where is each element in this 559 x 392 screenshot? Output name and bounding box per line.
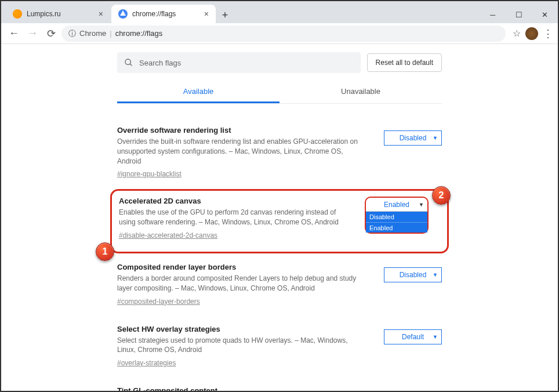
- flag-title: Override software rendering list: [117, 126, 364, 135]
- flag-select[interactable]: Disabled: [384, 267, 442, 282]
- tab-title: Lumpics.ru: [27, 10, 61, 18]
- svg-point-0: [125, 59, 130, 64]
- flag-anchor-link[interactable]: #ignore-gpu-blacklist: [117, 170, 182, 178]
- flag-item: Tint GL-composited content Tint contents…: [117, 376, 442, 391]
- search-icon: [124, 58, 133, 67]
- flags-list: Override software rendering list Overrid…: [1, 104, 558, 391]
- select-current-value[interactable]: Enabled: [366, 198, 427, 212]
- address-bar: ← → ⟳ ⓘ Chrome | chrome://flags ☆ ⋮: [1, 23, 558, 44]
- minimize-button[interactable]: ─: [480, 6, 506, 23]
- new-tab-button[interactable]: +: [217, 7, 233, 23]
- highlighted-flag: Accelerated 2D canvas Enables the use of…: [110, 189, 449, 253]
- annotation-badge-2: 2: [432, 186, 451, 205]
- close-icon[interactable]: ×: [99, 9, 103, 19]
- search-placeholder: Search flags: [139, 59, 181, 67]
- close-icon[interactable]: ×: [204, 9, 209, 19]
- flag-description: Select strategies used to promote quads …: [117, 336, 364, 355]
- flag-anchor-link[interactable]: #disable-accelerated-2d-canvas: [119, 231, 217, 239]
- select-option[interactable]: Enabled: [366, 222, 427, 233]
- flag-title: Composited render layer borders: [117, 263, 364, 271]
- flags-header: Search flags Reset all to default: [1, 44, 558, 81]
- search-input[interactable]: Search flags: [117, 52, 361, 73]
- browser-tab[interactable]: Lumpics.ru ×: [6, 5, 110, 23]
- back-button[interactable]: ←: [6, 26, 22, 42]
- origin-label: Chrome: [79, 29, 106, 38]
- annotation-badge-1: 1: [96, 242, 114, 261]
- flag-title: Tint GL-composited content: [117, 386, 364, 391]
- flag-anchor-link[interactable]: #overlay-strategies: [117, 359, 176, 367]
- globe-icon: ⓘ: [68, 28, 76, 39]
- flags-tabs: Available Unavailable: [117, 81, 442, 104]
- menu-icon[interactable]: ⋮: [543, 27, 553, 40]
- select-option[interactable]: Disabled: [366, 212, 427, 222]
- flag-item: Select HW overlay strategies Select stra…: [117, 314, 442, 376]
- bookmark-icon[interactable]: ☆: [513, 28, 521, 39]
- favicon-icon: [118, 9, 128, 19]
- flag-item: Override software rendering list Overrid…: [117, 115, 442, 187]
- flag-title: Accelerated 2D canvas: [119, 197, 353, 205]
- avatar[interactable]: [525, 27, 538, 40]
- flag-description: Enables the use of the GPU to perform 2d…: [119, 208, 353, 227]
- omnibox[interactable]: ⓘ Chrome | chrome://flags: [61, 26, 506, 42]
- maximize-button[interactable]: ☐: [506, 6, 532, 23]
- close-button[interactable]: ✕: [532, 6, 558, 23]
- flag-title: Select HW overlay strategies: [117, 325, 364, 333]
- browser-titlebar: Lumpics.ru × chrome://flags × + ─ ☐ ✕: [1, 1, 558, 23]
- forward-button[interactable]: →: [24, 26, 41, 42]
- flag-description: Renders a border around composited Rende…: [117, 274, 364, 293]
- flag-select-open[interactable]: Enabled Disabled Enabled: [365, 197, 429, 234]
- flag-anchor-link[interactable]: #composited-layer-borders: [117, 297, 200, 306]
- page-content: Search flags Reset all to default Availa…: [1, 44, 558, 391]
- url-path: chrome://flags: [115, 29, 163, 38]
- tab-available[interactable]: Available: [117, 81, 280, 103]
- tab-title: chrome://flags: [132, 10, 176, 18]
- browser-tab[interactable]: chrome://flags ×: [111, 5, 216, 23]
- reload-button[interactable]: ⟳: [43, 26, 59, 42]
- tab-unavailable[interactable]: Unavailable: [280, 81, 442, 103]
- flag-item: Composited render layer borders Renders …: [117, 259, 442, 314]
- window-controls: ─ ☐ ✕: [480, 3, 558, 23]
- favicon-icon: [13, 9, 22, 19]
- svg-line-1: [130, 64, 132, 66]
- flag-select[interactable]: Disabled: [384, 130, 442, 146]
- flag-description: Overrides the built-in software renderin…: [117, 137, 364, 166]
- reset-all-button[interactable]: Reset all to default: [367, 53, 442, 72]
- flag-select[interactable]: Default: [384, 329, 442, 344]
